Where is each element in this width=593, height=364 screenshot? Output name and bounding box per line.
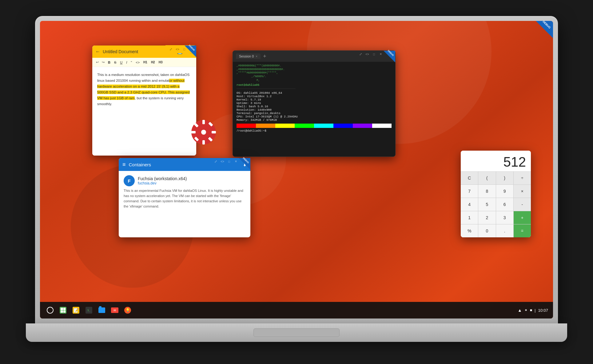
terminal-new-tab-btn[interactable]: + xyxy=(263,53,266,60)
term-close-btn[interactable]: × xyxy=(378,51,384,57)
term-info-shell: Shell: bash 5.0.16 xyxy=(237,105,392,108)
laptop-screen-bezel: DEBUG DEBUG ⤢ <> □ × xyxy=(35,16,558,323)
calc-btn-1[interactable]: 1 xyxy=(461,211,478,224)
laptop-shell: DEBUG DEBUG ⤢ <> □ × xyxy=(35,16,558,348)
taskbar-terminal-btn[interactable]: $_ xyxy=(84,305,94,315)
te-h1-btn[interactable]: H1 xyxy=(142,60,149,65)
container-item-name: Fuchsia (workstation.x64) xyxy=(138,176,187,181)
svg-rect-4 xyxy=(212,131,216,133)
calc-btn-subtract[interactable]: - xyxy=(514,198,531,211)
te-bold-btn[interactable]: B xyxy=(106,60,112,65)
term-info-os: OS: dahliaOS 201004 x86_64 xyxy=(237,91,392,95)
terminal-input-line[interactable]: /root@dahliaOS:~$ xyxy=(237,129,392,133)
term-info-uptime: Uptime: 3 mins xyxy=(237,101,392,105)
calc-btn-multiply[interactable]: × xyxy=(514,185,531,198)
calc-btn-percent[interactable]: % xyxy=(461,224,478,237)
terminal-separator: ──────────────────────────────────────── xyxy=(237,87,392,90)
taskbar-spreadsheet-btn[interactable] xyxy=(58,305,68,315)
cont-maximize-btn[interactable]: □ xyxy=(226,159,232,164)
terminal-session-tab[interactable]: Session 0 × xyxy=(236,53,261,59)
calculator-value: 512 xyxy=(503,155,526,169)
te-redo-btn[interactable]: ↪ xyxy=(101,60,106,65)
containers-menu-btn[interactable]: ≡ xyxy=(122,161,126,168)
calc-btn-equals[interactable]: = xyxy=(514,224,531,237)
term-info-host: Host: VirtualBox 1.2 xyxy=(237,95,392,98)
term-info-terminal: Terminal: pangolin_deskto xyxy=(237,112,392,115)
highlighted-text: or without hardware acceleration on a mi… xyxy=(97,79,190,100)
te-undo-btn[interactable]: ↩ xyxy=(95,60,100,65)
trackpad[interactable] xyxy=(253,328,340,337)
calc-btn-add[interactable]: + xyxy=(514,211,531,224)
te-italic-btn[interactable]: I xyxy=(125,60,129,65)
taskbar-bulb-btn[interactable]: 💡 xyxy=(122,305,133,315)
calc-btn-6[interactable]: 6 xyxy=(496,198,513,211)
calc-btn-4[interactable]: 4 xyxy=(461,198,478,211)
terminal-titlebar: ⤢ <> □ × Session 0 × + xyxy=(233,51,395,62)
calculator-window: 512 C ( ) ÷ 7 8 9 × 4 5 6 - 1 2 xyxy=(461,151,531,237)
calc-btn-rparen[interactable]: ) xyxy=(496,172,513,184)
bluetooth-icon: ✦ xyxy=(524,308,527,312)
taskbar-right: ▲ ✦ ■ | 10:07 xyxy=(518,308,548,313)
containers-window: DEBUG ⤢ <> □ × ≡ Containers ⬇ xyxy=(119,158,250,237)
te-strikethrough-btn[interactable]: S xyxy=(113,60,118,65)
taskbar-left: 📝 $_ ✉ xyxy=(45,305,518,315)
term-info-resolution: Resolution: 1440x900 xyxy=(237,108,392,112)
te-h3-btn[interactable]: H3 xyxy=(157,60,164,65)
taskbar-home-btn[interactable] xyxy=(45,305,55,315)
cont-code-btn[interactable]: <> xyxy=(220,159,225,164)
svg-point-10 xyxy=(201,130,206,135)
container-avatar: F xyxy=(124,175,135,186)
term-resize-btn[interactable]: ⤢ xyxy=(358,51,363,57)
container-item-desc: This is an experimental Fuchsia VM for d… xyxy=(124,188,245,209)
cont-resize-btn[interactable]: ⤢ xyxy=(213,159,218,164)
container-item-link[interactable]: fuchsia.dev xyxy=(138,181,187,185)
svg-point-11 xyxy=(47,307,53,313)
te-code-inline-btn[interactable]: <> xyxy=(134,60,141,65)
text-editor-window: DEBUG ⤢ <> □ × ← Untitled Document 💾 ⤴ ⊞ xyxy=(92,46,196,156)
calculator-grid: C ( ) ÷ 7 8 9 × 4 5 6 - 1 2 3 + % xyxy=(461,172,531,237)
terminal-colorbar xyxy=(237,124,392,128)
terminal-body[interactable]: ,#00000000&(***(&00000000#. ,#0000000000… xyxy=(233,62,395,156)
calc-btn-c[interactable]: C xyxy=(461,172,478,184)
taskbar-notes-btn[interactable]: 📝 xyxy=(71,305,81,315)
term-info-kernel: Kernel: 5.7.19 xyxy=(237,98,392,101)
taskbar-email-btn[interactable]: ✉ xyxy=(109,305,120,315)
text-editor-content[interactable]: This is a medium resolution screenshot, … xyxy=(92,67,196,156)
term-maximize-btn[interactable]: □ xyxy=(371,51,377,57)
dahlia-logo xyxy=(190,119,217,146)
calc-btn-7[interactable]: 7 xyxy=(461,185,478,198)
calc-btn-0[interactable]: 0 xyxy=(478,224,495,237)
term-code-btn[interactable]: <> xyxy=(364,51,370,57)
term-info-memory: Memory: 342MiB / 976MiB xyxy=(237,118,392,122)
calc-btn-5[interactable]: 5 xyxy=(478,198,495,211)
laptop-base xyxy=(26,323,567,342)
battery-icon: ■ xyxy=(530,308,532,312)
te-code-btn[interactable]: <> xyxy=(175,46,180,52)
session-close[interactable]: × xyxy=(256,55,257,58)
calc-btn-lparen[interactable]: ( xyxy=(478,172,495,184)
te-h2-btn[interactable]: H2 xyxy=(149,60,157,65)
calc-btn-3[interactable]: 3 xyxy=(496,211,513,224)
svg-rect-1 xyxy=(202,120,205,124)
te-back-btn[interactable]: ← xyxy=(95,49,100,54)
containers-body: F Fuchsia (workstation.x64) fuchsia.dev … xyxy=(119,171,250,213)
te-quote-btn[interactable]: " xyxy=(129,60,133,65)
svg-rect-3 xyxy=(191,131,196,133)
terminal-prompt-line: root@dahliaOS xyxy=(237,83,392,87)
separator: | xyxy=(535,308,535,313)
taskbar-files-btn[interactable] xyxy=(97,305,107,315)
wifi-icon: ▲ xyxy=(518,308,522,313)
calc-btn-8[interactable]: 8 xyxy=(478,185,495,198)
calc-btn-decimal[interactable]: . xyxy=(496,224,513,237)
te-underline-btn[interactable]: U xyxy=(118,60,124,65)
calculator-display: 512 xyxy=(461,151,531,172)
text-editor-toolbar: ↩ ↪ B S U I " <> H1 H2 H3 xyxy=(92,58,196,67)
cont-close-btn[interactable]: × xyxy=(233,159,239,164)
calc-btn-divide[interactable]: ÷ xyxy=(514,172,531,184)
te-resize-btn[interactable]: ⤢ xyxy=(168,46,173,52)
cont-window-controls: ⤢ <> □ × xyxy=(213,159,239,164)
calc-btn-2[interactable]: 2 xyxy=(478,211,495,224)
te-title: Untitled Document xyxy=(103,49,175,54)
calc-btn-9[interactable]: 9 xyxy=(496,185,513,198)
terminal-ascii-art: ,#00000000&(***(&00000000#. ,#0000000000… xyxy=(237,64,392,82)
